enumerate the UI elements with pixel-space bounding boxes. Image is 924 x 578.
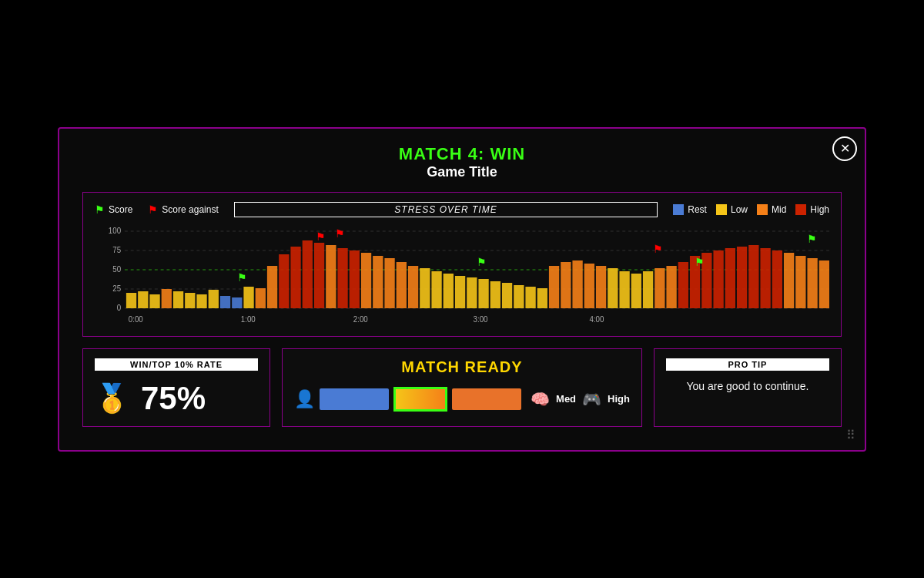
svg-text:⚑: ⚑ xyxy=(237,271,247,283)
svg-rect-36 xyxy=(431,271,441,308)
svg-rect-56 xyxy=(666,266,676,308)
score-against-flag-icon: ⚑ xyxy=(148,203,158,216)
svg-rect-14 xyxy=(173,291,183,308)
svg-rect-45 xyxy=(537,288,547,308)
low-legend: Low xyxy=(716,204,748,215)
svg-rect-52 xyxy=(619,271,629,308)
svg-text:100: 100 xyxy=(109,226,122,234)
stress-chart: 100 75 50 25 0 0:00 1:00 2:00 3:00 4:00 … xyxy=(95,223,829,324)
svg-rect-24 xyxy=(290,247,300,308)
pro-tip-text: You are good to continue. xyxy=(666,380,829,392)
svg-rect-10 xyxy=(126,293,136,308)
svg-rect-62 xyxy=(737,247,747,308)
svg-text:75: 75 xyxy=(112,245,121,254)
svg-rect-50 xyxy=(596,266,606,308)
svg-rect-61 xyxy=(725,248,735,308)
trophy-icon: 🥇 xyxy=(95,382,129,415)
game-subtitle: Game Title xyxy=(82,164,842,180)
svg-text:25: 25 xyxy=(112,284,121,292)
readiness-bar-area: 👤 🧠 Med 🎮 High xyxy=(294,387,630,412)
high-icon: 🎮 xyxy=(582,390,601,408)
svg-rect-16 xyxy=(196,294,206,308)
svg-rect-63 xyxy=(748,245,758,308)
high-label: High xyxy=(608,393,630,405)
bottom-panels: WIN/TOP 10% RATE 🥇 75% MATCH READY 👤 🧠 M… xyxy=(82,348,842,427)
svg-rect-38 xyxy=(455,276,465,308)
match-ready-title: MATCH READY xyxy=(294,358,630,376)
svg-rect-15 xyxy=(185,293,195,308)
modal: ✕ MATCH 4: WIN Game Title ⚑ Score ⚑ Scor… xyxy=(58,127,866,452)
med-icon: 🧠 xyxy=(531,390,550,408)
mid-legend: Mid xyxy=(757,204,786,215)
svg-rect-47 xyxy=(561,262,571,308)
svg-rect-60 xyxy=(713,250,723,308)
legend-row: ⚑ Score ⚑ Score against STRESS OVER TIME… xyxy=(95,202,829,217)
svg-rect-46 xyxy=(549,266,559,308)
rest-legend: Rest xyxy=(673,204,707,215)
svg-text:0:00: 0:00 xyxy=(129,314,143,323)
svg-text:⚑: ⚑ xyxy=(335,227,345,239)
svg-text:⚑: ⚑ xyxy=(316,230,326,242)
svg-rect-57 xyxy=(678,262,688,308)
readiness-icons: 🧠 Med 🎮 High xyxy=(531,390,630,408)
score-legend: ⚑ Score xyxy=(95,203,132,216)
svg-rect-32 xyxy=(384,258,394,308)
close-icon: ✕ xyxy=(840,141,850,156)
svg-rect-30 xyxy=(361,253,371,308)
readiness-seg-active xyxy=(393,387,447,412)
readiness-seg-orange xyxy=(452,388,521,410)
svg-rect-42 xyxy=(502,283,512,308)
svg-rect-68 xyxy=(807,258,817,308)
svg-rect-55 xyxy=(654,268,665,308)
svg-rect-23 xyxy=(279,254,289,308)
svg-rect-43 xyxy=(514,285,524,308)
svg-rect-53 xyxy=(631,274,641,308)
svg-rect-65 xyxy=(772,250,782,308)
svg-rect-67 xyxy=(795,256,805,308)
score-against-label: Score against xyxy=(162,204,218,215)
high-legend: High xyxy=(795,204,829,215)
svg-rect-34 xyxy=(408,266,418,308)
svg-text:4:00: 4:00 xyxy=(589,314,604,323)
svg-rect-41 xyxy=(490,281,500,308)
svg-text:2:00: 2:00 xyxy=(353,314,368,323)
svg-text:⚑: ⚑ xyxy=(807,232,817,244)
svg-text:⚑: ⚑ xyxy=(477,255,487,267)
score-flag-icon: ⚑ xyxy=(95,203,105,216)
match-title: MATCH 4: WIN xyxy=(82,144,842,164)
svg-rect-64 xyxy=(760,248,770,308)
pro-tip-panel: PRO TIP You are good to continue. xyxy=(654,348,842,427)
svg-rect-12 xyxy=(149,294,159,308)
low-color-box xyxy=(716,204,727,215)
svg-text:1:00: 1:00 xyxy=(241,314,256,323)
low-label: Low xyxy=(731,204,748,215)
svg-rect-37 xyxy=(444,274,454,308)
win-rate-label: WIN/TOP 10% RATE xyxy=(95,358,258,371)
win-rate-value: 75% xyxy=(141,380,206,417)
rest-label: Rest xyxy=(688,204,707,215)
svg-rect-19 xyxy=(232,297,242,308)
dots-icon: ⠿ xyxy=(846,428,857,442)
svg-text:⚑: ⚑ xyxy=(653,242,663,254)
match-ready-panel: MATCH READY 👤 🧠 Med 🎮 High xyxy=(282,348,642,427)
svg-rect-31 xyxy=(373,256,383,308)
score-against-legend: ⚑ Score against xyxy=(148,203,218,216)
readiness-seg-blue xyxy=(320,388,389,410)
med-label: Med xyxy=(556,393,576,405)
close-button[interactable]: ✕ xyxy=(832,136,857,161)
header: MATCH 4: WIN Game Title xyxy=(82,144,842,180)
svg-rect-27 xyxy=(326,245,336,308)
mid-color-box xyxy=(757,204,768,215)
svg-rect-44 xyxy=(525,287,535,308)
legend-right: Rest Low Mid High xyxy=(673,204,829,215)
svg-rect-13 xyxy=(162,289,172,308)
person-icon: 👤 xyxy=(294,389,315,409)
mid-label: Mid xyxy=(772,204,786,215)
svg-rect-48 xyxy=(572,260,582,308)
svg-text:3:00: 3:00 xyxy=(474,314,488,323)
win-rate-content: 🥇 75% xyxy=(95,380,258,417)
svg-rect-33 xyxy=(397,262,407,308)
svg-rect-66 xyxy=(784,253,794,308)
win-rate-panel: WIN/TOP 10% RATE 🥇 75% xyxy=(82,348,270,427)
svg-rect-28 xyxy=(337,248,347,308)
